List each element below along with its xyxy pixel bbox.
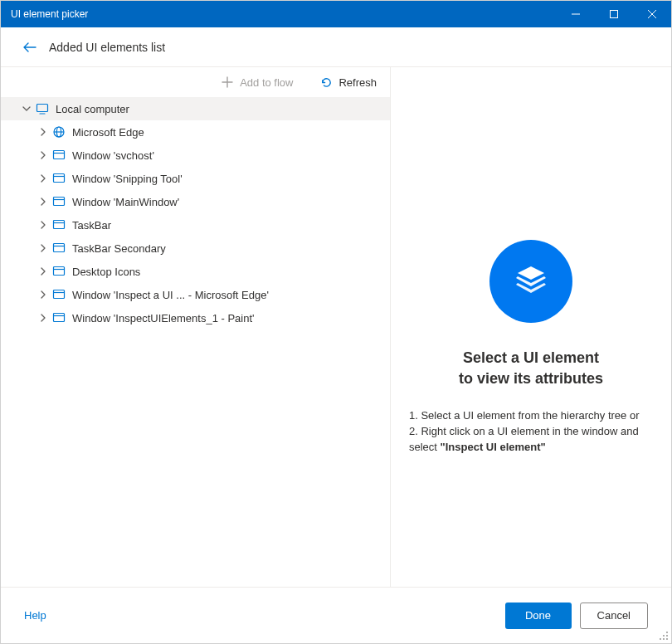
window-icon	[52, 288, 66, 301]
svg-rect-4	[37, 105, 48, 112]
tree-root-label: Local computer	[56, 103, 129, 115]
tree-item[interactable]: Window 'Inspect a UI ... - Microsoft Edg…	[1, 283, 390, 306]
window-icon	[52, 218, 66, 232]
window-icon	[52, 242, 66, 255]
svg-rect-9	[54, 151, 65, 159]
tree-item[interactable]: Window 'Snipping Tool'	[1, 167, 390, 190]
ui-element-tree[interactable]: Local computer Microsoft EdgeWindow 'svc…	[1, 97, 390, 587]
svg-rect-11	[54, 174, 65, 183]
chevron-right-icon[interactable]	[37, 173, 49, 184]
svg-point-30	[660, 638, 661, 640]
help-link[interactable]: Help	[24, 609, 46, 622]
empty-state-icon-circle	[489, 240, 572, 323]
maximize-icon	[610, 10, 618, 18]
svg-point-28	[666, 638, 668, 640]
refresh-icon	[319, 76, 333, 89]
svg-point-25	[666, 632, 668, 633]
tree-item[interactable]: TaskBar Secondary	[1, 237, 390, 260]
tree-item[interactable]: Desktop Icons	[1, 260, 390, 283]
globe-icon	[52, 125, 66, 139]
chevron-right-icon[interactable]	[37, 242, 49, 254]
tree-item[interactable]: TaskBar	[1, 213, 390, 237]
left-pane: Add to flow Refresh Local computer Micro…	[1, 67, 391, 587]
tree-item[interactable]: Window 'MainWindow'	[1, 190, 390, 213]
tree-item[interactable]: Microsoft Edge	[1, 120, 390, 144]
svg-rect-13	[54, 198, 65, 206]
add-to-flow-button: Add to flow	[207, 67, 306, 97]
tree-item[interactable]: Window 'InspectUIElements_1 - Paint'	[1, 306, 390, 329]
plus-icon	[221, 76, 234, 89]
svg-rect-15	[54, 221, 65, 229]
empty-state-body: 1. Select a UI element from the hierarch…	[409, 408, 653, 456]
title-bar: UI element picker	[1, 1, 671, 27]
chevron-right-icon[interactable]	[37, 219, 49, 231]
tree-item-label: TaskBar Secondary	[72, 242, 166, 255]
svg-point-27	[663, 635, 665, 637]
window-icon	[52, 149, 66, 162]
minimize-icon	[572, 10, 580, 18]
window-icon	[52, 311, 66, 324]
close-button[interactable]	[633, 1, 671, 27]
cancel-button[interactable]: Cancel	[580, 603, 648, 629]
empty-state-line1: 1. Select a UI element from the hierarch…	[409, 408, 653, 424]
window-icon	[52, 172, 66, 185]
breadcrumb: Added UI elements list	[49, 41, 165, 54]
refresh-label: Refresh	[338, 76, 377, 89]
maximize-button[interactable]	[595, 1, 633, 27]
chevron-right-icon[interactable]	[37, 312, 49, 324]
empty-state-title-line1: Select a UI element	[463, 349, 599, 366]
svg-rect-17	[54, 244, 65, 252]
svg-rect-23	[54, 314, 65, 322]
tree-item-label: Desktop Icons	[72, 266, 140, 278]
dialog-footer: Help Done Cancel	[1, 587, 671, 643]
add-to-flow-label: Add to flow	[240, 76, 293, 89]
chevron-right-icon[interactable]	[37, 266, 49, 277]
tree-toolbar: Add to flow Refresh	[1, 67, 390, 97]
chevron-down-icon[interactable]	[21, 103, 32, 115]
empty-state-line2: 2. Right click on a UI element in the wi…	[409, 424, 653, 456]
window-icon	[52, 195, 66, 208]
svg-rect-21	[54, 290, 65, 299]
window-icon	[52, 265, 66, 278]
chevron-right-icon[interactable]	[37, 149, 49, 161]
svg-rect-1	[611, 11, 618, 18]
svg-point-26	[666, 635, 668, 637]
tree-item-label: TaskBar	[72, 219, 111, 232]
chevron-right-icon[interactable]	[37, 126, 49, 138]
tree-root-local-computer[interactable]: Local computer	[1, 97, 390, 120]
chevron-right-icon[interactable]	[37, 196, 49, 207]
chevron-right-icon[interactable]	[37, 289, 49, 300]
svg-point-29	[663, 638, 665, 640]
svg-rect-19	[54, 267, 65, 276]
tree-item-label: Window 'Inspect a UI ... - Microsoft Edg…	[72, 289, 269, 301]
done-button[interactable]: Done	[505, 603, 572, 629]
layers-icon	[511, 261, 551, 301]
close-icon	[648, 10, 656, 18]
tree-item-label: Microsoft Edge	[72, 126, 144, 139]
minimize-button[interactable]	[557, 1, 595, 27]
tree-item-label: Window 'MainWindow'	[72, 196, 179, 208]
empty-state-title: Select a UI element to view its attribut…	[459, 348, 603, 388]
tree-item[interactable]: Window 'svchost'	[1, 144, 390, 167]
tree-item-label: Window 'Snipping Tool'	[72, 173, 183, 185]
resize-grip[interactable]	[659, 631, 669, 641]
tree-item-label: Window 'svchost'	[72, 149, 154, 162]
window-title: UI element picker	[11, 8, 88, 20]
refresh-button[interactable]: Refresh	[306, 67, 390, 97]
page-header: Added UI elements list	[1, 27, 671, 67]
empty-state-title-line2: to view its attributes	[459, 370, 603, 387]
arrow-left-icon	[22, 40, 37, 55]
details-pane: Select a UI element to view its attribut…	[391, 67, 671, 587]
tree-item-label: Window 'InspectUIElements_1 - Paint'	[72, 312, 255, 324]
monitor-icon	[36, 102, 49, 115]
back-button[interactable]	[22, 40, 37, 55]
